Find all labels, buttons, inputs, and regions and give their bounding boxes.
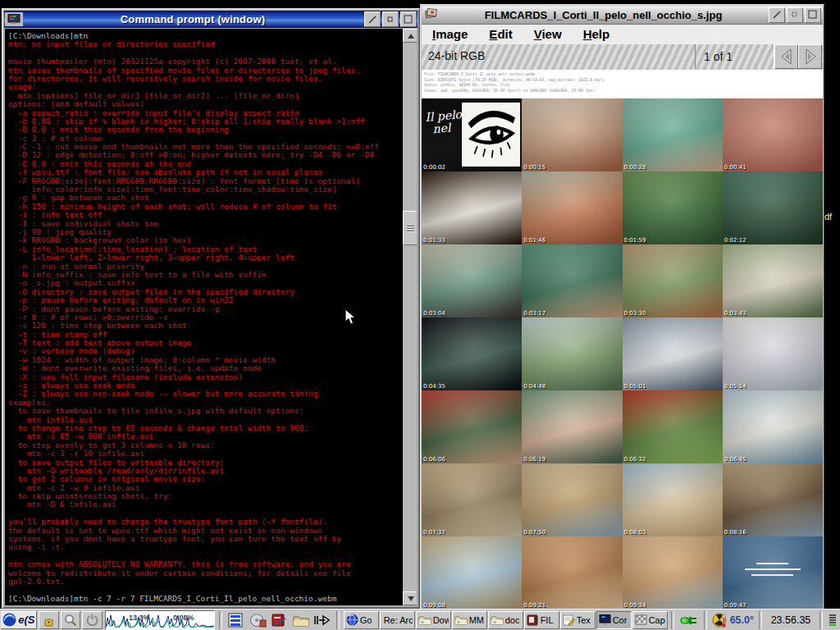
timestamp-label: 0:02:12 (724, 237, 746, 244)
cpu-monitor[interactable]: 13.3% 0.08% (105, 610, 215, 630)
taskbar-window-button-mm[interactable]: MM (452, 611, 487, 629)
terminal-line: -T text : add text above output image (8, 338, 387, 346)
arrow-right-icon (801, 48, 819, 66)
terminal-line: -I : save individual shots too (8, 219, 387, 227)
terminal-line: -g 0 : gap between each shot (8, 193, 387, 201)
viewer-restore-button[interactable] (769, 7, 785, 23)
viewer-hide-button[interactable] (787, 7, 803, 23)
menu-image[interactable]: Image (422, 25, 478, 44)
menu-edit[interactable]: Edit (478, 25, 523, 44)
timestamp-label: 0:03:17 (523, 310, 546, 317)
viewer-maximize-button[interactable] (805, 7, 821, 23)
temperature-widget[interactable]: 65.0° (710, 611, 756, 629)
terminal-line: options: (and default values) (8, 99, 387, 107)
terminal-line: mtn: no input files or directories speci… (8, 39, 387, 48)
terminal-maximize-button[interactable] (400, 11, 417, 27)
window-list-button[interactable] (225, 611, 247, 629)
desktop-stray-text: df (824, 212, 832, 221)
mouse-cursor (345, 308, 356, 329)
thumbnail-beach-panorama: 0:08:03 (623, 463, 723, 536)
window-button-label: Dow (433, 615, 449, 625)
folder-tray-button[interactable] (290, 611, 313, 629)
thumbnail-two-people-beach: 0:08:16 (723, 463, 823, 536)
thumbnail-finger-on-pink-floor: 0:00:41 (723, 98, 823, 171)
terminal-line: [C:\Downloads]mtn -c 7 -r 7 FILMCARDS_I_… (8, 594, 387, 602)
terminal-line (8, 48, 387, 57)
terminal-line: 1=lower left, 2=lower right, 3=upper rig… (8, 253, 387, 261)
power-source-indicator[interactable] (677, 611, 701, 629)
window-button-label: doc (505, 615, 520, 625)
red-book-icon (271, 613, 287, 628)
terminal-titlebar[interactable]: Command prompt (window) (4, 11, 418, 28)
scroll-up-button[interactable] (403, 29, 417, 43)
terminal-line: -a aspect_ratio : override input file's … (8, 108, 387, 116)
terminal-line: mtn -O writeable /read/only/dir/infile.a… (8, 466, 387, 474)
ecs-start-button[interactable]: e(S (1, 611, 37, 629)
scrollbar-thumb[interactable] (403, 211, 417, 245)
desktop: Command prompt (window) [C:\Downloads]mt… (0, 0, 840, 630)
terminal-scrollbar[interactable] (403, 29, 417, 605)
book-icon (527, 614, 539, 626)
menu-view[interactable]: View (523, 25, 573, 44)
thumbnail-blue-sea-credits: 0:09:47 (723, 536, 823, 609)
address-book-button[interactable] (268, 611, 290, 629)
triangle-down-icon (408, 596, 414, 601)
terminal-line: mtn -D 6 infile.avi (8, 500, 387, 508)
terminal-line: mtn [options] file_or_dir1 [file_or_dir2… (8, 91, 387, 99)
terminal-line (8, 585, 387, 593)
system-tray: 65.0° 23.56.35 (669, 611, 840, 629)
folder-icon (454, 614, 468, 625)
thumbnail-woman-portrait-green: 0:02:12 (723, 171, 823, 244)
taskbar-window-button-go[interactable]: Go (344, 611, 379, 629)
terminal-line: -Z : always use non-seek mode -- slower … (8, 389, 387, 397)
taskbar-separator (671, 611, 674, 629)
taskbar-window-button-tex[interactable]: Tex (560, 611, 596, 629)
taskbar-window-button-cap[interactable]: Cap (632, 611, 668, 629)
timestamp-label: 0:04:48 (523, 383, 546, 390)
terminal-restore-button[interactable] (364, 11, 381, 27)
taskbar-window-button-doc[interactable]: doc (488, 611, 523, 629)
terminal-line: you'll probably need to change the truet… (8, 517, 387, 525)
cd-drive-button[interactable] (247, 611, 269, 629)
find-button[interactable] (61, 611, 81, 629)
terminal-line: using -i -t. (8, 542, 387, 550)
lock-button[interactable] (39, 611, 59, 629)
clock[interactable]: 23.56.35 (765, 614, 817, 626)
timestamp-label: 0:09:47 (724, 602, 746, 609)
previous-image-button[interactable] (774, 44, 798, 69)
terminal-line: for directories, it will recursively sea… (8, 74, 387, 82)
viewer-titlebar[interactable]: FILMCARDS_I_Corti_Il_pelo_nell_occhio_s.… (422, 6, 823, 25)
arrow-out-icon (313, 613, 331, 628)
power-button[interactable] (82, 611, 103, 629)
next-image-button[interactable] (798, 44, 822, 69)
thumbnail-two-women-garden: 0:01:59 (623, 171, 723, 244)
menu-help[interactable]: Help (573, 25, 621, 44)
taskbar-window-button-dow[interactable]: Dow (416, 611, 451, 629)
terminal-line: -c 3 : # of column (8, 134, 387, 142)
timestamp-label: 0:00:28 (624, 164, 646, 171)
level-indicator-widget[interactable] (828, 611, 838, 629)
terminal-line: mtn comes with ABSOLUTELY NO WARRANTY. t… (8, 559, 387, 568)
timestamp-label: 0:09:34 (624, 602, 646, 609)
viewer-system-menu-icon[interactable] (422, 7, 440, 22)
terminal-line: movie thumbnailer (mtn) 20121125a copyri… (8, 57, 387, 65)
viewer-window-title: FILMCARDS_I_Corti_Il_pelo_nell_occhio_s.… (440, 9, 767, 21)
notes-icon (563, 614, 575, 626)
taskbar-window-button-fil[interactable]: FIL (524, 611, 559, 629)
window-button-label: Cor (613, 615, 628, 625)
terminal-line: gpl-2.0.txt. (8, 577, 387, 585)
detach-button[interactable] (312, 611, 334, 629)
timestamp-label: 0:06:45 (724, 456, 746, 463)
taskbar-window-button-re-arc[interactable]: Re: Arc (380, 611, 415, 629)
ecs-sphere-icon (2, 613, 16, 627)
thumbnail-woman-gesturing-light-bg: 0:03:04 (422, 244, 522, 317)
terminal-line (8, 551, 387, 559)
terminal-hide-button[interactable] (382, 11, 399, 27)
window-button-label: Tex (577, 615, 591, 625)
terminal-output-text: [C:\Downloads]mtnmtn: no input files or … (8, 31, 387, 602)
terminal-system-menu-icon[interactable] (5, 12, 23, 26)
taskbar: e(S 13.3% 0 (0, 609, 840, 630)
taskbar-window-button-cor[interactable]: Cor (596, 611, 632, 629)
terminal-line: mtn infile.avi (8, 415, 387, 423)
scroll-down-button[interactable] (403, 591, 417, 605)
